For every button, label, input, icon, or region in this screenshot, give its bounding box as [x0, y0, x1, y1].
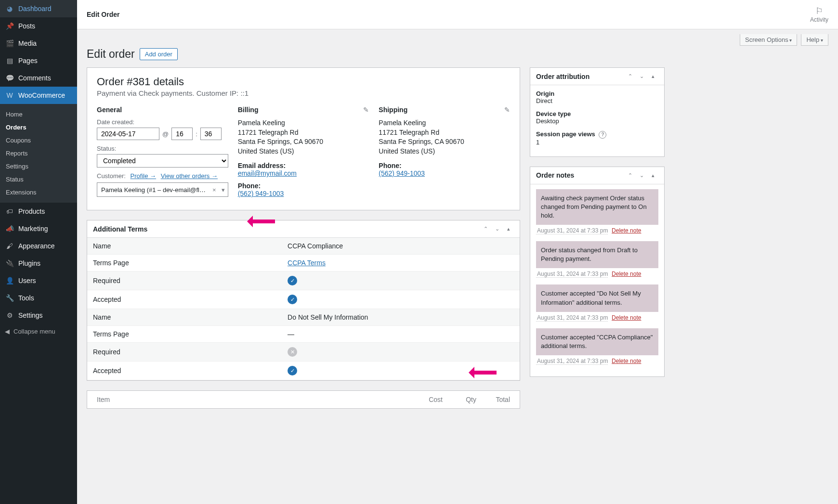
wrench-icon: 🔧 [5, 293, 14, 303]
sidebar-item-label: Comments [18, 74, 51, 82]
sidebar-item-marketing[interactable]: 📣 Marketing [0, 220, 77, 237]
help-tab[interactable]: Help [801, 34, 828, 46]
sidebar-item-tools[interactable]: 🔧 Tools [0, 289, 77, 307]
sidebar-item-comments[interactable]: 💬 Comments [0, 69, 77, 87]
view-other-orders-link[interactable]: View other orders → [161, 172, 218, 180]
sidebar-item-label: Media [18, 39, 37, 47]
hour-input[interactable] [171, 128, 193, 140]
panel-down-icon[interactable]: ⌄ [492, 224, 502, 234]
submenu-item-extensions[interactable]: Extensions [0, 186, 77, 199]
submenu-item-settings[interactable]: Settings [0, 160, 77, 173]
dashboard-icon: ◕ [5, 4, 14, 13]
sidebar-item-products[interactable]: 🏷 Products [0, 203, 77, 220]
order-note: Order status changed from Draft to Pendi… [536, 241, 658, 268]
profile-link[interactable]: Profile → [131, 172, 156, 180]
page-title: Edit Order [87, 11, 119, 18]
status-select[interactable]: Completed [97, 154, 228, 168]
order-subtitle: Payment via Check payments. Customer IP:… [97, 89, 510, 97]
sidebar-item-label: Pages [18, 57, 38, 65]
date-created-input[interactable] [97, 128, 159, 140]
check-icon: ✓ [288, 295, 297, 304]
megaphone-icon: 📣 [5, 224, 14, 233]
edit-shipping-icon[interactable]: ✎ [504, 106, 510, 114]
terms-row: Accepted ✓ [87, 290, 520, 309]
sidebar-item-label: Appearance [18, 242, 55, 250]
submenu-item-reports[interactable]: Reports [0, 147, 77, 160]
terms-row-label: Accepted [87, 362, 282, 380]
panel-down-icon[interactable]: ⌄ [636, 71, 647, 82]
activity-button[interactable]: ⚐ Activity [810, 6, 828, 23]
shipping-heading: Shipping [379, 106, 510, 114]
delete-note-link[interactable]: Delete note [612, 358, 641, 364]
panel-up-icon[interactable]: ⌃ [480, 224, 491, 234]
terms-row: Required ✓ [87, 271, 520, 290]
topbar: Edit Order ⚐ Activity [77, 0, 838, 29]
gear-icon: ⚙ [5, 310, 14, 320]
order-notes-panel: Order notes ⌃ ⌄ ▴ Awaiting check payment… [530, 167, 665, 377]
clear-customer-icon[interactable]: × [212, 186, 216, 194]
panel-up-icon[interactable]: ⌃ [625, 170, 635, 181]
plug-icon: 🔌 [5, 258, 14, 268]
brush-icon: 🖌 [5, 241, 14, 251]
sidebar-item-pages[interactable]: ▤ Pages [0, 52, 77, 69]
terms-row-label: Accepted [87, 290, 282, 309]
panel-collapse-icon[interactable]: ▴ [648, 71, 658, 82]
delete-note-link[interactable]: Delete note [612, 227, 641, 234]
sidebar-item-label: Settings [18, 311, 43, 319]
sidebar-item-label: Plugins [18, 259, 40, 267]
collapse-menu-button[interactable]: ◀ Collapse menu [0, 324, 77, 339]
panel-up-icon[interactable]: ⌃ [625, 71, 635, 82]
customer-select[interactable]: Pamela Keeling (#1 – dev-email@fl… × ▾ [97, 182, 228, 197]
panel-collapse-icon[interactable]: ▴ [503, 224, 514, 234]
woo-icon: W [5, 90, 14, 100]
additional-terms-panel: Additional Terms ⌃ ⌄ ▴ Name CCPA Complia… [87, 220, 520, 381]
terms-page-link[interactable]: CCPA Terms [288, 259, 326, 267]
billing-phone-link[interactable]: (562) 949-1003 [238, 190, 284, 197]
x-icon: ✕ [288, 347, 297, 357]
terms-row-value: CCPA Compliance [282, 238, 520, 255]
order-note: Customer accepted "CCPA Compliance" addi… [536, 328, 658, 355]
sidebar-item-plugins[interactable]: 🔌 Plugins [0, 255, 77, 272]
media-icon: 🎬 [5, 39, 14, 48]
sidebar-item-label: Tools [18, 294, 34, 302]
sidebar-item-label: Products [18, 207, 45, 215]
terms-row-label: Required [87, 271, 282, 290]
tag-icon: 🏷 [5, 207, 14, 216]
terms-row-label: Name [87, 309, 282, 326]
delete-note-link[interactable]: Delete note [612, 271, 641, 277]
submenu-item-home[interactable]: Home [0, 108, 77, 121]
minute-input[interactable] [200, 128, 222, 140]
terms-row-label: Required [87, 343, 282, 362]
sidebar-item-label: WooCommerce [18, 91, 65, 99]
sidebar-item-label: Users [18, 277, 36, 284]
delete-note-link[interactable]: Delete note [612, 314, 641, 321]
help-icon[interactable]: ? [599, 131, 606, 139]
add-order-button[interactable]: Add order [140, 48, 178, 60]
order-items-panel: Item Cost Qty Total [87, 390, 520, 409]
sidebar-item-users[interactable]: 👤 Users [0, 272, 77, 289]
additional-terms-heading: Additional Terms [93, 225, 147, 233]
sidebar-item-appearance[interactable]: 🖌 Appearance [0, 237, 77, 255]
submenu-item-coupons[interactable]: Coupons [0, 134, 77, 147]
billing-address: Pamela Keeling 11721 Telegraph Rd Santa … [238, 118, 369, 156]
sidebar-item-posts[interactable]: 📌 Posts [0, 17, 77, 35]
chevron-down-icon[interactable]: ▾ [222, 186, 225, 194]
screen-options-tab[interactable]: Screen Options [740, 34, 797, 46]
edit-billing-icon[interactable]: ✎ [363, 106, 369, 114]
shipping-phone-link[interactable]: (562) 949-1003 [379, 169, 425, 177]
panel-collapse-icon[interactable]: ▴ [648, 170, 658, 181]
panel-down-icon[interactable]: ⌄ [636, 170, 647, 181]
sidebar-item-woocommerce[interactable]: W WooCommerce [0, 87, 77, 104]
sidebar-item-media[interactable]: 🎬 Media [0, 35, 77, 52]
sidebar-item-settings[interactable]: ⚙ Settings [0, 307, 77, 324]
check-icon: ✓ [288, 276, 297, 285]
submenu-item-orders[interactable]: Orders [0, 121, 77, 134]
terms-row: Required ✕ [87, 343, 520, 362]
order-attribution-panel: Order attribution ⌃ ⌄ ▴ Origin Direct [530, 67, 665, 157]
terms-row-label: Terms Page [87, 255, 282, 271]
sidebar-item-dashboard[interactable]: ◕ Dashboard [0, 0, 77, 17]
submenu-item-status[interactable]: Status [0, 173, 77, 186]
shipping-address: Pamela Keeling 11721 Telegraph Rd Santa … [379, 118, 510, 156]
billing-email-link[interactable]: email@mymail.com [238, 169, 297, 177]
check-icon: ✓ [288, 366, 297, 375]
